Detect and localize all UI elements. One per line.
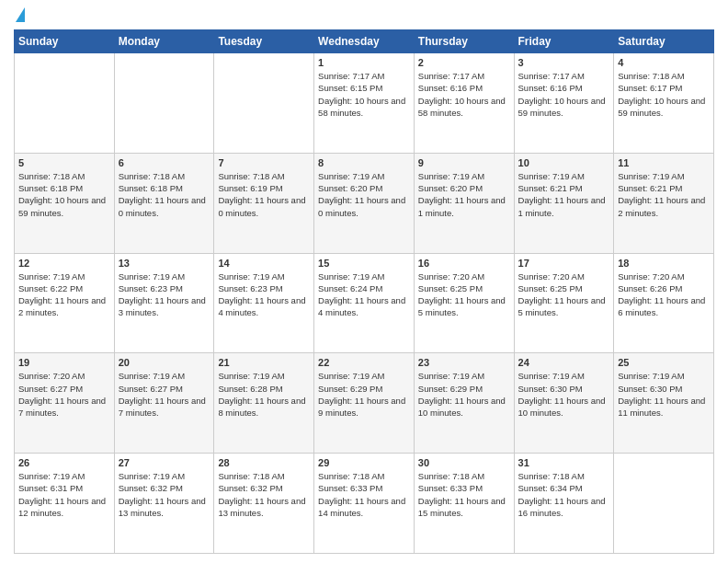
- calendar-cell: 27 Sunrise: 7:19 AMSunset: 6:32 PMDaylig…: [114, 454, 214, 554]
- calendar-week-row: 5 Sunrise: 7:18 AMSunset: 6:18 PMDayligh…: [15, 153, 714, 253]
- day-number: 23: [418, 357, 510, 368]
- day-info: Sunrise: 7:19 AMSunset: 6:22 PMDaylight:…: [18, 270, 110, 319]
- calendar-cell: 21 Sunrise: 7:19 AMSunset: 6:28 PMDaylig…: [214, 353, 314, 454]
- day-info: Sunrise: 7:18 AMSunset: 6:34 PMDaylight:…: [518, 470, 610, 519]
- calendar-cell: 19 Sunrise: 7:20 AMSunset: 6:27 PMDaylig…: [15, 353, 115, 454]
- day-number: 25: [618, 357, 710, 368]
- calendar-cell: 2 Sunrise: 7:17 AMSunset: 6:16 PMDayligh…: [414, 53, 514, 154]
- calendar-cell: 20 Sunrise: 7:19 AMSunset: 6:27 PMDaylig…: [114, 353, 214, 454]
- day-number: 28: [218, 457, 310, 468]
- day-number: 12: [18, 258, 110, 269]
- calendar-cell: 29 Sunrise: 7:18 AMSunset: 6:33 PMDaylig…: [314, 454, 415, 554]
- calendar-table: SundayMondayTuesdayWednesdayThursdayFrid…: [14, 29, 714, 554]
- day-info: Sunrise: 7:20 AMSunset: 6:27 PMDaylight:…: [18, 370, 110, 419]
- calendar-week-row: 19 Sunrise: 7:20 AMSunset: 6:27 PMDaylig…: [15, 353, 714, 454]
- day-info: Sunrise: 7:18 AMSunset: 6:19 PMDaylight:…: [218, 170, 310, 219]
- calendar-cell: 7 Sunrise: 7:18 AMSunset: 6:19 PMDayligh…: [214, 153, 314, 253]
- day-number: 6: [119, 157, 210, 168]
- calendar-header-monday: Monday: [114, 30, 214, 53]
- calendar-week-row: 26 Sunrise: 7:19 AMSunset: 6:31 PMDaylig…: [15, 454, 714, 554]
- calendar-cell: [214, 53, 314, 154]
- day-number: 13: [119, 258, 210, 269]
- day-info: Sunrise: 7:19 AMSunset: 6:29 PMDaylight:…: [318, 370, 410, 419]
- calendar-cell: 13 Sunrise: 7:19 AMSunset: 6:23 PMDaylig…: [114, 253, 214, 353]
- calendar-cell: 18 Sunrise: 7:20 AMSunset: 6:26 PMDaylig…: [614, 253, 714, 353]
- day-number: 2: [418, 57, 510, 68]
- day-info: Sunrise: 7:17 AMSunset: 6:15 PMDaylight:…: [318, 70, 410, 119]
- calendar-cell: 10 Sunrise: 7:19 AMSunset: 6:21 PMDaylig…: [514, 153, 614, 253]
- calendar-cell: 23 Sunrise: 7:19 AMSunset: 6:29 PMDaylig…: [414, 353, 514, 454]
- day-info: Sunrise: 7:19 AMSunset: 6:31 PMDaylight:…: [18, 470, 110, 519]
- calendar-cell: 6 Sunrise: 7:18 AMSunset: 6:18 PMDayligh…: [114, 153, 214, 253]
- calendar-cell: 15 Sunrise: 7:19 AMSunset: 6:24 PMDaylig…: [314, 253, 415, 353]
- calendar-cell: 24 Sunrise: 7:19 AMSunset: 6:30 PMDaylig…: [514, 353, 614, 454]
- day-info: Sunrise: 7:20 AMSunset: 6:25 PMDaylight:…: [418, 270, 510, 319]
- calendar-cell: 3 Sunrise: 7:17 AMSunset: 6:16 PMDayligh…: [514, 53, 614, 154]
- calendar-cell: [614, 454, 714, 554]
- day-number: 15: [318, 258, 410, 269]
- calendar-cell: 9 Sunrise: 7:19 AMSunset: 6:20 PMDayligh…: [414, 153, 514, 253]
- page: SundayMondayTuesdayWednesdayThursdayFrid…: [0, 0, 728, 563]
- calendar-cell: [15, 53, 115, 154]
- day-number: 30: [418, 457, 510, 468]
- calendar-cell: 14 Sunrise: 7:19 AMSunset: 6:23 PMDaylig…: [214, 253, 314, 353]
- day-info: Sunrise: 7:20 AMSunset: 6:25 PMDaylight:…: [518, 270, 610, 319]
- calendar-header-friday: Friday: [514, 30, 614, 53]
- day-number: 10: [518, 157, 610, 168]
- day-info: Sunrise: 7:17 AMSunset: 6:16 PMDaylight:…: [418, 70, 510, 119]
- day-number: 24: [518, 357, 610, 368]
- day-info: Sunrise: 7:20 AMSunset: 6:26 PMDaylight:…: [618, 270, 710, 319]
- day-number: 18: [618, 258, 710, 269]
- day-info: Sunrise: 7:19 AMSunset: 6:29 PMDaylight:…: [418, 370, 510, 419]
- day-number: 16: [418, 258, 510, 269]
- calendar-cell: 5 Sunrise: 7:18 AMSunset: 6:18 PMDayligh…: [15, 153, 115, 253]
- calendar-cell: 30 Sunrise: 7:18 AMSunset: 6:33 PMDaylig…: [414, 454, 514, 554]
- day-number: 20: [119, 357, 210, 368]
- calendar-cell: 16 Sunrise: 7:20 AMSunset: 6:25 PMDaylig…: [414, 253, 514, 353]
- day-number: 1: [318, 57, 410, 68]
- day-info: Sunrise: 7:19 AMSunset: 6:30 PMDaylight:…: [518, 370, 610, 419]
- day-info: Sunrise: 7:19 AMSunset: 6:28 PMDaylight:…: [218, 370, 310, 419]
- day-info: Sunrise: 7:19 AMSunset: 6:23 PMDaylight:…: [119, 270, 210, 319]
- calendar-header-row: SundayMondayTuesdayWednesdayThursdayFrid…: [15, 30, 714, 53]
- day-number: 14: [218, 258, 310, 269]
- calendar-header-tuesday: Tuesday: [214, 30, 314, 53]
- day-info: Sunrise: 7:19 AMSunset: 6:20 PMDaylight:…: [318, 170, 410, 219]
- day-number: 19: [18, 357, 110, 368]
- logo: [14, 9, 25, 24]
- day-info: Sunrise: 7:19 AMSunset: 6:23 PMDaylight:…: [218, 270, 310, 319]
- calendar-cell: [114, 53, 214, 154]
- day-info: Sunrise: 7:19 AMSunset: 6:20 PMDaylight:…: [418, 170, 510, 219]
- logo-triangle-icon: [16, 7, 25, 22]
- day-number: 9: [418, 157, 510, 168]
- day-number: 8: [318, 157, 410, 168]
- day-info: Sunrise: 7:18 AMSunset: 6:18 PMDaylight:…: [119, 170, 210, 219]
- calendar-header-wednesday: Wednesday: [314, 30, 415, 53]
- calendar-week-row: 12 Sunrise: 7:19 AMSunset: 6:22 PMDaylig…: [15, 253, 714, 353]
- day-info: Sunrise: 7:19 AMSunset: 6:21 PMDaylight:…: [618, 170, 710, 219]
- day-info: Sunrise: 7:19 AMSunset: 6:27 PMDaylight:…: [119, 370, 210, 419]
- day-info: Sunrise: 7:18 AMSunset: 6:18 PMDaylight:…: [18, 170, 110, 219]
- day-info: Sunrise: 7:18 AMSunset: 6:17 PMDaylight:…: [618, 70, 710, 119]
- day-info: Sunrise: 7:19 AMSunset: 6:30 PMDaylight:…: [618, 370, 710, 419]
- calendar-cell: 25 Sunrise: 7:19 AMSunset: 6:30 PMDaylig…: [614, 353, 714, 454]
- day-number: 11: [618, 157, 710, 168]
- calendar-cell: 4 Sunrise: 7:18 AMSunset: 6:17 PMDayligh…: [614, 53, 714, 154]
- day-number: 17: [518, 258, 610, 269]
- day-info: Sunrise: 7:19 AMSunset: 6:21 PMDaylight:…: [518, 170, 610, 219]
- day-number: 29: [318, 457, 410, 468]
- day-number: 4: [618, 57, 710, 68]
- calendar-cell: 1 Sunrise: 7:17 AMSunset: 6:15 PMDayligh…: [314, 53, 415, 154]
- calendar-cell: 12 Sunrise: 7:19 AMSunset: 6:22 PMDaylig…: [15, 253, 115, 353]
- calendar-cell: 28 Sunrise: 7:18 AMSunset: 6:32 PMDaylig…: [214, 454, 314, 554]
- calendar-week-row: 1 Sunrise: 7:17 AMSunset: 6:15 PMDayligh…: [15, 53, 714, 154]
- calendar-header-saturday: Saturday: [614, 30, 714, 53]
- calendar-cell: 17 Sunrise: 7:20 AMSunset: 6:25 PMDaylig…: [514, 253, 614, 353]
- calendar-cell: 31 Sunrise: 7:18 AMSunset: 6:34 PMDaylig…: [514, 454, 614, 554]
- day-info: Sunrise: 7:18 AMSunset: 6:33 PMDaylight:…: [318, 470, 410, 519]
- day-info: Sunrise: 7:19 AMSunset: 6:32 PMDaylight:…: [119, 470, 210, 519]
- header: [14, 9, 714, 24]
- day-number: 5: [18, 157, 110, 168]
- calendar-cell: 8 Sunrise: 7:19 AMSunset: 6:20 PMDayligh…: [314, 153, 415, 253]
- calendar-cell: 11 Sunrise: 7:19 AMSunset: 6:21 PMDaylig…: [614, 153, 714, 253]
